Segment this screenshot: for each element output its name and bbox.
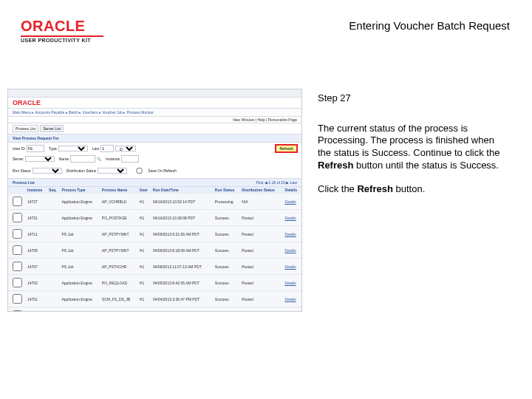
diststatus-select[interactable] [98,168,127,174]
col-9: Details [284,187,301,194]
cell-diststatus: N/A [240,194,283,210]
save-on-refresh-label: Save On Refresh [148,168,176,173]
refresh-button[interactable]: Refresh [276,145,297,152]
details-link[interactable]: Details [285,297,296,301]
row-select-checkbox[interactable] [13,229,22,239]
user-label: User ID [13,146,25,151]
cell-user: H1 [138,210,151,226]
type-select[interactable] [58,146,88,151]
cell-datetime: 04/16/2013 10:28:08 PDT [151,210,214,226]
details-link[interactable]: Details [285,232,296,236]
cell-ptype: Application Engine [60,307,100,313]
cell-runstatus: Success [214,307,240,313]
cell-diststatus: Posted [240,275,283,291]
runstatus-label: Run Status [13,168,31,173]
help-link[interactable]: Help [257,117,265,122]
cell-pname: SCM_FS_DM1 [100,307,138,313]
cell-ptype: PS Job [60,226,100,242]
cell-pname: AP_PSTPYMNT [100,242,138,259]
row-select-checkbox[interactable] [13,310,22,312]
instance-input[interactable] [121,155,139,163]
cell-datetime: 04/05/2013 8:42:55 AM PDT [151,275,214,291]
server-select[interactable] [25,156,55,162]
runstatus-select[interactable] [33,168,62,174]
step-number: Step 27 [318,92,506,105]
col-8: Distribution Status [240,187,283,194]
row-select-checkbox[interactable] [13,294,22,304]
cell-runstatus: Success [214,259,240,275]
details-link[interactable]: Details [285,265,296,269]
table-row: 14702Application EnginePO_REQLOADH104/05… [8,275,301,291]
cell-instance: 14701 [26,291,47,307]
cell-datetime: 04/04/2013 2:49:53 PM PDT [151,307,214,313]
details-link[interactable]: Details [285,281,296,285]
cell-datetime: 04/09/2013 8:18:09 AM PDT [151,242,214,259]
user-input[interactable] [27,145,44,152]
lookup-icon[interactable]: 🔍 [97,157,101,161]
cell-pname: SCM_FS_DS_JB [100,291,138,307]
app-screenshot: ORACLE Main Menu ▸ Accounts Payable ▸ Ba… [7,89,302,312]
grid-nav[interactable]: First ◀ 1-15 of 15 ▶ Last [256,180,297,185]
tab-process-list[interactable]: Process List [13,125,38,132]
row-select-checkbox[interactable] [13,245,22,255]
section-view-process-request: View Process Request For [8,134,301,143]
col-0 [8,187,26,194]
col-7: Run Status [214,187,240,194]
row-select-checkbox[interactable] [13,278,22,287]
cell-ptype: Application Engine [60,210,100,226]
cell-runstatus: Processing [214,194,240,210]
cell-seq [47,307,60,313]
window-titlebar [8,89,301,98]
last-unit-select[interactable]: Days [115,146,136,151]
diststatus-label: Distribution Status [66,168,97,173]
row-select-checkbox[interactable] [13,213,22,222]
cell-instance: 14711 [26,226,47,242]
cell-user: H1 [138,291,151,307]
details-link[interactable]: Details [285,200,296,204]
oracle-logo-text: ORACLE [21,18,103,35]
cell-user: H1 [138,307,151,313]
last-input[interactable] [100,145,114,152]
table-row: 14700Application EngineSCM_FS_DM1H104/04… [8,307,301,313]
col-4: Process Name [100,187,138,194]
save-on-refresh-checkbox[interactable] [134,168,144,174]
cell-pname: AP_VCHRBLD [100,194,138,210]
cell-ptype: PS Job [60,242,100,259]
new-window-link[interactable]: New Window [233,117,254,122]
breadcrumb: Main Menu ▸ Accounts Payable ▸ Batch ▸ V… [8,109,301,117]
table-row: 14701Application EngineSCM_FS_DS_JBH104/… [8,291,301,307]
col-5: User [138,187,151,194]
type-label: Type [49,146,57,151]
col-6: Run Date/Time [151,187,214,194]
cell-seq [47,242,60,259]
cell-pname: PO_POSTAGE [100,210,138,226]
page-title: Entering Voucher Batch Request [349,19,510,32]
cell-instance: 14707 [26,259,47,275]
app-brand: ORACLE [8,98,301,109]
cell-ptype: Application Engine [60,291,100,307]
cell-seq [47,291,60,307]
tab-server-list[interactable]: Server List [40,125,64,132]
personalize-link[interactable]: Personalize Page [268,117,297,122]
cell-datetime: 04/08/2013 11:07:13 AM PDT [151,259,214,275]
details-link[interactable]: Details [285,248,296,253]
cell-runstatus: Success [214,226,240,242]
oracle-logo-block: ORACLE USER PRODUCTIVITY KIT [21,18,103,43]
table-header-row: InstanceSeq.Process TypeProcess NameUser… [8,187,301,194]
cell-ptype: PS Job [60,259,100,275]
row-select-checkbox[interactable] [13,197,22,206]
cell-seq [47,275,60,291]
cell-instance: 14709 [26,242,47,259]
row-select-checkbox[interactable] [13,262,22,271]
col-3: Process Type [60,187,100,194]
cell-diststatus: Posted [240,291,283,307]
col-1: Instance [26,187,47,194]
cell-instance: 14700 [26,307,47,313]
cell-user: H1 [138,226,151,242]
name-input[interactable] [70,155,95,163]
table-row: 14711PS JobAP_PSTPYMNTH104/09/2013 9:21:… [8,226,301,242]
details-link[interactable]: Details [285,216,296,220]
instruction-panel: Step 27 The current status of the proces… [318,92,506,208]
cell-diststatus: Posted [240,307,283,313]
oracle-logo-bar [21,35,103,37]
